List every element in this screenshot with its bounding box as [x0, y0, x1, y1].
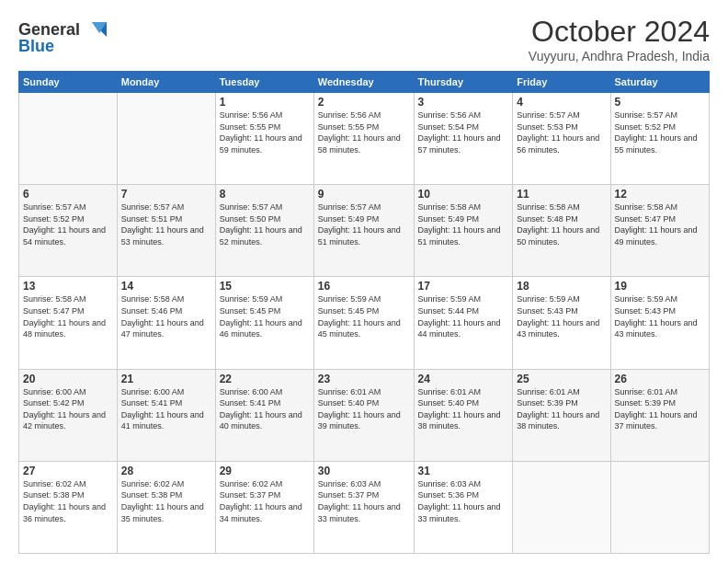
- day-number: 26: [615, 373, 705, 385]
- column-header-thursday: Thursday: [414, 72, 513, 93]
- header: General Blue October 2024 Vuyyuru, Andhr…: [18, 15, 710, 63]
- logo-icon: General Blue: [18, 15, 110, 59]
- column-header-monday: Monday: [117, 72, 215, 93]
- day-info: Sunrise: 5:57 AM Sunset: 5:53 PM Dayligh…: [517, 109, 606, 155]
- day-number: 22: [220, 373, 310, 385]
- calendar-cell: 25Sunrise: 6:01 AM Sunset: 5:39 PM Dayli…: [513, 369, 610, 461]
- calendar-cell: 10Sunrise: 5:58 AM Sunset: 5:49 PM Dayli…: [414, 185, 513, 277]
- day-number: 6: [23, 188, 113, 201]
- calendar-cell: 12Sunrise: 5:58 AM Sunset: 5:47 PM Dayli…: [610, 185, 709, 277]
- day-info: Sunrise: 5:58 AM Sunset: 5:49 PM Dayligh…: [418, 201, 509, 247]
- calendar-cell: [117, 93, 215, 185]
- day-number: 10: [418, 188, 509, 201]
- day-number: 21: [121, 373, 211, 385]
- logo: General Blue: [18, 15, 110, 63]
- calendar-week-row: 27Sunrise: 6:02 AM Sunset: 5:38 PM Dayli…: [19, 461, 710, 553]
- day-number: 24: [418, 373, 509, 385]
- calendar-cell: 8Sunrise: 5:57 AM Sunset: 5:50 PM Daylig…: [215, 185, 313, 277]
- day-info: Sunrise: 6:03 AM Sunset: 5:37 PM Dayligh…: [318, 478, 410, 524]
- calendar-cell: 6Sunrise: 5:57 AM Sunset: 5:52 PM Daylig…: [19, 185, 118, 277]
- day-info: Sunrise: 5:57 AM Sunset: 5:51 PM Dayligh…: [121, 201, 211, 247]
- day-number: 30: [318, 465, 410, 477]
- day-info: Sunrise: 5:56 AM Sunset: 5:55 PM Dayligh…: [318, 109, 410, 155]
- calendar-table: SundayMondayTuesdayWednesdayThursdayFrid…: [18, 71, 710, 554]
- column-header-tuesday: Tuesday: [215, 72, 313, 93]
- calendar-cell: 20Sunrise: 6:00 AM Sunset: 5:42 PM Dayli…: [19, 369, 118, 461]
- calendar-cell: 5Sunrise: 5:57 AM Sunset: 5:52 PM Daylig…: [610, 93, 709, 185]
- calendar-cell: 19Sunrise: 5:59 AM Sunset: 5:43 PM Dayli…: [610, 277, 709, 369]
- calendar-header-row: SundayMondayTuesdayWednesdayThursdayFrid…: [19, 72, 710, 93]
- calendar-cell: 1Sunrise: 5:56 AM Sunset: 5:55 PM Daylig…: [215, 93, 313, 185]
- day-number: 8: [220, 188, 310, 201]
- day-number: 9: [318, 188, 410, 201]
- day-info: Sunrise: 5:57 AM Sunset: 5:52 PM Dayligh…: [615, 109, 705, 155]
- column-header-saturday: Saturday: [610, 72, 709, 93]
- day-number: 4: [517, 96, 606, 109]
- day-info: Sunrise: 5:58 AM Sunset: 5:46 PM Dayligh…: [121, 293, 211, 339]
- calendar-cell: 27Sunrise: 6:02 AM Sunset: 5:38 PM Dayli…: [19, 461, 118, 553]
- day-number: 12: [615, 188, 705, 201]
- day-info: Sunrise: 5:58 AM Sunset: 5:48 PM Dayligh…: [517, 201, 606, 247]
- day-info: Sunrise: 5:59 AM Sunset: 5:43 PM Dayligh…: [615, 293, 705, 339]
- day-info: Sunrise: 6:01 AM Sunset: 5:40 PM Dayligh…: [418, 386, 509, 432]
- calendar-week-row: 13Sunrise: 5:58 AM Sunset: 5:47 PM Dayli…: [19, 277, 710, 369]
- day-info: Sunrise: 5:57 AM Sunset: 5:50 PM Dayligh…: [220, 201, 310, 247]
- calendar-cell: [610, 461, 709, 553]
- day-number: 29: [220, 465, 310, 477]
- calendar-cell: 3Sunrise: 5:56 AM Sunset: 5:54 PM Daylig…: [414, 93, 513, 185]
- calendar-week-row: 20Sunrise: 6:00 AM Sunset: 5:42 PM Dayli…: [19, 369, 710, 461]
- calendar-week-row: 1Sunrise: 5:56 AM Sunset: 5:55 PM Daylig…: [19, 93, 710, 185]
- calendar-cell: 14Sunrise: 5:58 AM Sunset: 5:46 PM Dayli…: [117, 277, 215, 369]
- day-number: 11: [517, 188, 606, 201]
- day-number: 14: [121, 280, 211, 293]
- location: Vuyyuru, Andhra Pradesh, India: [529, 49, 710, 63]
- calendar-cell: 23Sunrise: 6:01 AM Sunset: 5:40 PM Dayli…: [313, 369, 414, 461]
- day-info: Sunrise: 5:57 AM Sunset: 5:52 PM Dayligh…: [23, 201, 113, 247]
- calendar-cell: 15Sunrise: 5:59 AM Sunset: 5:45 PM Dayli…: [215, 277, 313, 369]
- day-info: Sunrise: 5:58 AM Sunset: 5:47 PM Dayligh…: [615, 201, 705, 247]
- day-number: 13: [23, 280, 113, 293]
- day-number: 28: [121, 465, 211, 477]
- calendar-cell: 7Sunrise: 5:57 AM Sunset: 5:51 PM Daylig…: [117, 185, 215, 277]
- day-number: 7: [121, 188, 211, 201]
- day-info: Sunrise: 5:59 AM Sunset: 5:44 PM Dayligh…: [418, 293, 509, 339]
- calendar-cell: [513, 461, 610, 553]
- day-info: Sunrise: 6:01 AM Sunset: 5:39 PM Dayligh…: [517, 386, 606, 432]
- calendar-cell: 28Sunrise: 6:02 AM Sunset: 5:38 PM Dayli…: [117, 461, 215, 553]
- month-title: October 2024: [529, 15, 710, 49]
- day-number: 27: [23, 465, 113, 477]
- day-number: 31: [418, 465, 509, 477]
- day-number: 2: [318, 96, 410, 109]
- day-number: 3: [418, 96, 509, 109]
- calendar-cell: 21Sunrise: 6:00 AM Sunset: 5:41 PM Dayli…: [117, 369, 215, 461]
- page: General Blue October 2024 Vuyyuru, Andhr…: [0, 0, 728, 563]
- day-number: 17: [418, 280, 509, 293]
- calendar-cell: 31Sunrise: 6:03 AM Sunset: 5:36 PM Dayli…: [414, 461, 513, 553]
- svg-text:Blue: Blue: [18, 37, 54, 55]
- day-number: 5: [615, 96, 705, 109]
- day-info: Sunrise: 6:01 AM Sunset: 5:40 PM Dayligh…: [318, 386, 410, 432]
- calendar-cell: 11Sunrise: 5:58 AM Sunset: 5:48 PM Dayli…: [513, 185, 610, 277]
- svg-text:General: General: [18, 20, 80, 39]
- calendar-cell: 17Sunrise: 5:59 AM Sunset: 5:44 PM Dayli…: [414, 277, 513, 369]
- title-block: October 2024 Vuyyuru, Andhra Pradesh, In…: [529, 15, 710, 63]
- calendar-cell: 13Sunrise: 5:58 AM Sunset: 5:47 PM Dayli…: [19, 277, 118, 369]
- calendar-cell: 4Sunrise: 5:57 AM Sunset: 5:53 PM Daylig…: [513, 93, 610, 185]
- calendar-cell: 2Sunrise: 5:56 AM Sunset: 5:55 PM Daylig…: [313, 93, 414, 185]
- calendar-week-row: 6Sunrise: 5:57 AM Sunset: 5:52 PM Daylig…: [19, 185, 710, 277]
- calendar-cell: 16Sunrise: 5:59 AM Sunset: 5:45 PM Dayli…: [313, 277, 414, 369]
- day-info: Sunrise: 5:56 AM Sunset: 5:54 PM Dayligh…: [418, 109, 509, 155]
- calendar-cell: 9Sunrise: 5:57 AM Sunset: 5:49 PM Daylig…: [313, 185, 414, 277]
- calendar-cell: 18Sunrise: 5:59 AM Sunset: 5:43 PM Dayli…: [513, 277, 610, 369]
- day-info: Sunrise: 6:02 AM Sunset: 5:38 PM Dayligh…: [23, 478, 113, 524]
- day-number: 18: [517, 280, 606, 293]
- day-info: Sunrise: 5:56 AM Sunset: 5:55 PM Dayligh…: [220, 109, 310, 155]
- column-header-sunday: Sunday: [19, 72, 118, 93]
- day-info: Sunrise: 6:00 AM Sunset: 5:41 PM Dayligh…: [220, 386, 310, 432]
- calendar-cell: 24Sunrise: 6:01 AM Sunset: 5:40 PM Dayli…: [414, 369, 513, 461]
- day-info: Sunrise: 6:02 AM Sunset: 5:38 PM Dayligh…: [121, 478, 211, 524]
- day-info: Sunrise: 5:59 AM Sunset: 5:43 PM Dayligh…: [517, 293, 606, 339]
- day-number: 16: [318, 280, 410, 293]
- calendar-cell: [19, 93, 118, 185]
- calendar-cell: 29Sunrise: 6:02 AM Sunset: 5:37 PM Dayli…: [215, 461, 313, 553]
